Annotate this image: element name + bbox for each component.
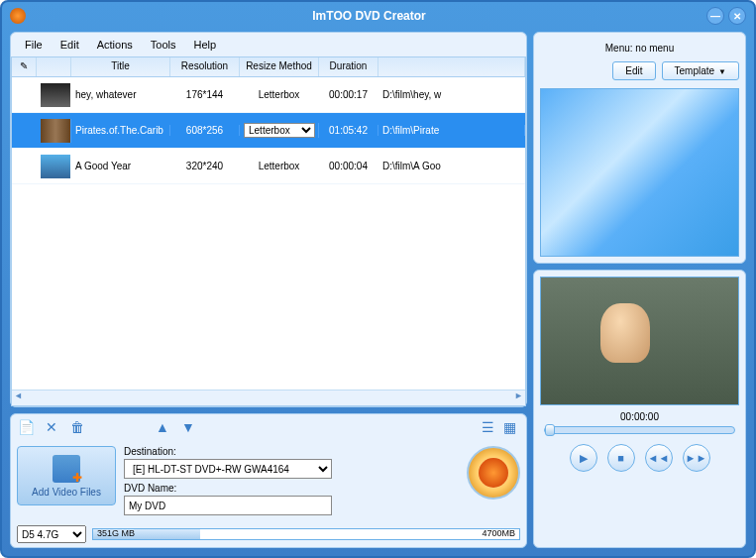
burn-button[interactable] xyxy=(467,446,520,500)
cell-title: Pirates.of.The.Carib xyxy=(71,125,170,136)
menu-edit-button[interactable]: Edit xyxy=(612,61,655,80)
menu-template-button[interactable]: Template▼ xyxy=(662,61,740,80)
col-duration[interactable]: Duration xyxy=(319,57,378,76)
cell-path: D:\film\hey, w xyxy=(378,89,525,100)
play-button[interactable]: ▶ xyxy=(570,444,597,472)
thumb-view-icon[interactable]: ▦ xyxy=(500,418,518,436)
menu-tools[interactable]: Tools xyxy=(143,37,184,53)
app-icon xyxy=(10,8,26,24)
add-button-label: Add Video Files xyxy=(32,487,101,498)
menu-file[interactable]: File xyxy=(17,37,51,53)
horizontal-scrollbar[interactable] xyxy=(12,390,525,405)
dvdname-label: DVD Name: xyxy=(124,483,459,494)
add-video-files-button[interactable]: Add Video Files xyxy=(17,446,116,505)
menubar: File Edit Actions Tools Help xyxy=(11,33,526,56)
copy-icon[interactable]: 📄 xyxy=(17,418,35,436)
table-row[interactable]: hey, whatever 176*144 Letterbox 00:00:17… xyxy=(12,77,525,113)
capacity-bar: D5 4.7G 351G MB 4700MB xyxy=(11,521,526,547)
minimize-button[interactable]: — xyxy=(706,7,724,25)
next-button[interactable]: ►► xyxy=(683,444,710,472)
prev-button[interactable]: ◄◄ xyxy=(645,444,673,472)
col-path xyxy=(378,57,525,76)
trash-icon[interactable]: 🗑 xyxy=(68,418,86,436)
thumbnail-icon xyxy=(41,83,70,107)
add-file-icon xyxy=(53,455,80,483)
dvdname-input[interactable] xyxy=(124,496,332,515)
capacity-total-text: 4700MB xyxy=(482,528,515,538)
menu-preview xyxy=(540,88,739,257)
cell-path: D:\film\A Goo xyxy=(378,161,525,171)
col-thumbnail xyxy=(37,57,71,76)
table-row[interactable]: Pirates.of.The.Carib 608*256 Letterbox 0… xyxy=(12,113,525,149)
destination-label: Destination: xyxy=(124,446,459,457)
cell-resize[interactable]: Letterbox xyxy=(240,123,319,138)
list-toolbar: 📄 ✕ 🗑 ▲ ▼ ☰ ▦ xyxy=(11,414,526,440)
capacity-track: 351G MB 4700MB xyxy=(92,528,520,540)
cell-res: 608*256 xyxy=(170,125,240,136)
col-edit-icon[interactable]: ✎ xyxy=(12,57,37,76)
file-table: ✎ Title Resolution Resize Method Duratio… xyxy=(11,56,526,406)
menu-actions[interactable]: Actions xyxy=(89,37,141,53)
capacity-used-text: 351G MB xyxy=(97,528,135,538)
cell-duration: 00:00:04 xyxy=(319,161,378,171)
destination-select[interactable]: [E] HL-DT-ST DVD+-RW GWA4164 xyxy=(124,459,332,479)
seek-bar[interactable] xyxy=(544,426,735,434)
menu-status-label: Menu: no menu xyxy=(540,39,739,57)
disc-type-select[interactable]: D5 4.7G xyxy=(17,525,86,543)
chevron-down-icon: ▼ xyxy=(718,67,726,76)
col-title[interactable]: Title xyxy=(71,57,170,76)
thumbnail-icon xyxy=(41,119,70,143)
resize-method-select[interactable]: Letterbox xyxy=(244,123,315,138)
cell-res: 320*240 xyxy=(170,161,240,171)
move-up-icon[interactable]: ▲ xyxy=(154,418,171,436)
cell-resize: Letterbox xyxy=(240,161,319,171)
cell-title: A Good Year xyxy=(71,161,170,171)
video-preview xyxy=(540,277,739,405)
cell-resize: Letterbox xyxy=(240,89,319,100)
video-panel: 00:00:00 ▶ ■ ◄◄ ►► xyxy=(533,270,746,548)
col-resize-method[interactable]: Resize Method xyxy=(240,57,319,76)
menu-help[interactable]: Help xyxy=(185,37,224,53)
move-down-icon[interactable]: ▼ xyxy=(179,418,197,436)
close-button[interactable]: ✕ xyxy=(728,7,746,25)
cell-duration: 00:00:17 xyxy=(319,89,378,100)
stop-button[interactable]: ■ xyxy=(607,444,635,472)
cell-title: hey, whatever xyxy=(71,89,170,100)
table-row[interactable]: A Good Year 320*240 Letterbox 00:00:04 D… xyxy=(12,149,525,184)
thumbnail-icon xyxy=(41,155,70,178)
app-title: ImTOO DVD Creator xyxy=(32,9,706,23)
seek-thumb[interactable] xyxy=(545,424,555,436)
table-header: ✎ Title Resolution Resize Method Duratio… xyxy=(12,57,525,77)
cell-path: D:\film\Pirate xyxy=(378,125,525,136)
list-view-icon[interactable]: ☰ xyxy=(479,418,496,436)
cell-duration: 01:05:42 xyxy=(319,125,378,136)
cell-res: 176*144 xyxy=(170,89,240,100)
delete-icon[interactable]: ✕ xyxy=(43,418,60,436)
menu-panel: Menu: no menu Edit Template▼ xyxy=(533,32,746,264)
col-resolution[interactable]: Resolution xyxy=(170,57,240,76)
menu-edit[interactable]: Edit xyxy=(53,37,87,53)
playback-time: 00:00:00 xyxy=(540,405,739,424)
titlebar: ImTOO DVD Creator — ✕ xyxy=(2,2,754,30)
